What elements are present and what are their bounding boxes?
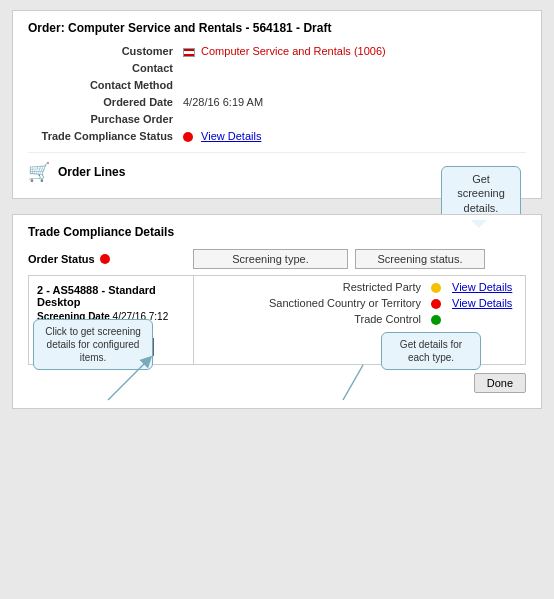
done-button[interactable]: Done	[474, 373, 526, 393]
contact-row: Contact	[28, 62, 526, 74]
callout-bottom-right: Get details for each type.	[381, 332, 481, 370]
order-status-dot	[100, 254, 110, 264]
view-details-link[interactable]: View Details	[201, 130, 261, 142]
trade-compliance-label: Trade Compliance Status	[28, 130, 183, 142]
screening-row-1: Sanctioned Country or Territory View Det…	[202, 297, 517, 309]
trade-dot	[429, 313, 447, 325]
restricted-view-details-link[interactable]: View Details	[452, 281, 512, 293]
purchase-order-row: Purchase Order	[28, 113, 526, 125]
customer-row: Customer Computer Service and Rentals (1…	[28, 45, 526, 57]
order-status-label: Order Status	[28, 253, 95, 265]
sanctioned-view-details-link[interactable]: View Details	[452, 297, 512, 309]
customer-value: Computer Service and Rentals (1006)	[183, 45, 526, 57]
ordered-date-value: 4/28/16 6:19 AM	[183, 96, 526, 108]
trade-compliance-dot	[183, 132, 193, 142]
bottom-panel: Trade Compliance Details Order Status Sc…	[12, 214, 542, 409]
screening-type-sanctioned: Sanctioned Country or Territory	[202, 297, 429, 309]
sanctioned-dot-icon	[431, 299, 441, 309]
ordered-date-label: Ordered Date	[28, 96, 183, 108]
screening-type-header: Screening type.	[193, 249, 348, 269]
purchase-order-label: Purchase Order	[28, 113, 183, 125]
customer-flag-icon	[183, 48, 195, 57]
trade-compliance-row: Trade Compliance Status View Details	[28, 130, 526, 142]
restricted-dot-icon	[431, 283, 441, 293]
screening-row-2: Trade Control	[202, 313, 517, 325]
sanctioned-dot	[429, 297, 447, 309]
contact-method-label: Contact Method	[28, 79, 183, 91]
sanctioned-view-details: View Details	[447, 297, 517, 309]
cart-icon: 🛒	[28, 161, 50, 183]
ordered-date-row: Ordered Date 4/28/16 6:19 AM	[28, 96, 526, 108]
screening-type-restricted: Restricted Party	[202, 281, 429, 293]
screening-type-trade: Trade Control	[202, 313, 429, 325]
contact-label: Contact	[28, 62, 183, 74]
svg-line-1	[343, 365, 363, 400]
callout-bottom-left: Click to get screening details for confi…	[33, 319, 153, 370]
customer-label: Customer	[28, 45, 183, 57]
contact-method-row: Contact Method	[28, 79, 526, 91]
restricted-view-details: View Details	[447, 281, 517, 293]
line-item-title: 2 - AS54888 - Standard Desktop	[37, 284, 185, 308]
restricted-dot	[429, 281, 447, 293]
top-panel: Order: Computer Service and Rentals - 56…	[12, 10, 542, 199]
top-panel-title: Order: Computer Service and Rentals - 56…	[28, 21, 526, 35]
screening-row-0: Restricted Party View Details	[202, 281, 517, 293]
screening-callout: Get screening details.	[441, 166, 521, 221]
bottom-panel-title: Trade Compliance Details	[28, 225, 526, 239]
trade-dot-icon	[431, 315, 441, 325]
screening-status-header: Screening status.	[355, 249, 485, 269]
customer-link[interactable]: Computer Service and Rentals (1006)	[201, 45, 386, 57]
order-lines-label: Order Lines	[58, 165, 125, 179]
trade-compliance-value: View Details	[183, 130, 526, 142]
